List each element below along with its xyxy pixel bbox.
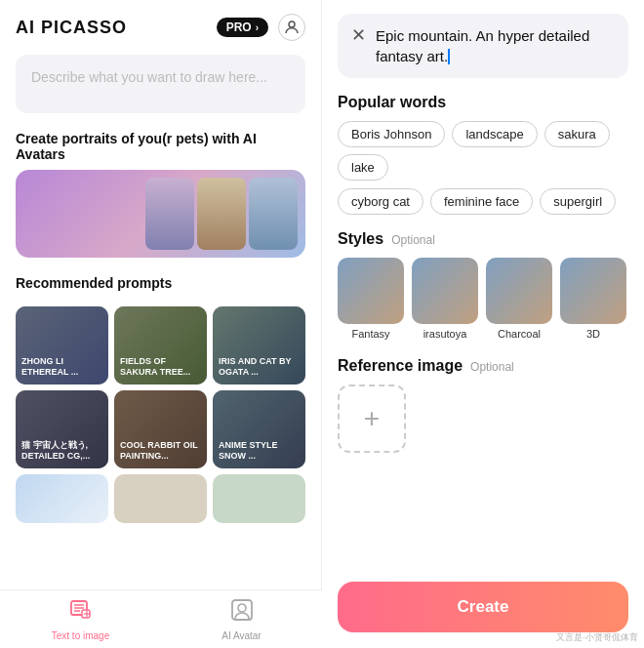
style-label-fantasy: Fantasy — [351, 328, 389, 340]
reference-upload-button[interactable]: + — [338, 385, 406, 453]
pro-badge[interactable]: PRO › — [217, 18, 268, 37]
svg-point-0 — [289, 21, 295, 27]
prompt-card-4[interactable]: 猫 宇宙人と戦う, DETAILED CG,... — [16, 390, 108, 468]
avatar-face-1 — [145, 178, 194, 250]
header: AI PICASSO PRO › — [0, 0, 321, 51]
avatar-banner[interactable] — [16, 170, 305, 258]
style-thumb-charcoal — [486, 258, 552, 324]
bottom-nav: Text to image AI Avatar — [0, 589, 322, 648]
nav-text-to-image-label: Text to image — [52, 630, 109, 641]
text-cursor — [448, 49, 450, 64]
nav-ai-avatar-label: AI Avatar — [221, 630, 261, 641]
styles-title: Styles — [338, 230, 383, 248]
create-button[interactable]: Create — [338, 582, 628, 632]
reference-image-title: Reference image — [338, 357, 463, 375]
prompt-card-2[interactable]: FIELDS OF SAKURA TREE... — [114, 306, 207, 385]
avatar-face-2 — [197, 178, 246, 250]
style-irasutoya[interactable]: irasutoya — [412, 258, 478, 340]
recommended-section: Recommended prompts ZHONG LI ETHEREAL ..… — [0, 269, 321, 523]
close-button[interactable]: ✕ — [351, 26, 366, 44]
search-bar[interactable]: ✕ Epic mountain. An hyper detailed fanta… — [338, 14, 628, 78]
style-fantasy[interactable]: Fantasy — [338, 258, 404, 340]
right-panel: ✕ Epic mountain. An hyper detailed fanta… — [322, 0, 644, 648]
style-label-charcoal: Charcoal — [498, 328, 541, 340]
bottom-prompt-row — [16, 474, 305, 523]
chip-boris-johnson[interactable]: Boris Johnson — [338, 121, 445, 147]
popular-words-title: Popular words — [338, 94, 628, 111]
bottom-card-1[interactable] — [16, 474, 108, 523]
describe-placeholder: Describe what you want to draw here... — [31, 69, 267, 85]
nav-ai-avatar[interactable]: AI Avatar — [161, 589, 322, 648]
reference-optional: Optional — [470, 360, 514, 374]
prompt-label-5: COOL RABBIT OIL PAINTING... — [120, 440, 201, 463]
text-to-image-icon — [68, 597, 94, 628]
prompt-card-6[interactable]: ANIME STYLE SNOW ... — [213, 390, 305, 468]
reference-image-header: Reference image Optional — [338, 357, 628, 375]
chips-row-1: Boris Johnson landscape sakura lake — [338, 121, 628, 181]
watermark: 又言是·小贤哥侃体育 — [556, 631, 638, 644]
avatar-face-3 — [249, 178, 298, 250]
chip-sakura[interactable]: sakura — [544, 121, 610, 147]
style-thumb-irasutoya — [412, 258, 478, 324]
nav-text-to-image[interactable]: Text to image — [0, 589, 161, 648]
prompt-label-6: ANIME STYLE SNOW ... — [219, 440, 300, 463]
avatar-section-title: Create portraits of you(r pets) with AI … — [0, 125, 321, 170]
prompt-label-4: 猫 宇宙人と戦う, DETAILED CG,... — [21, 440, 102, 463]
prompt-card-1[interactable]: ZHONG LI ETHEREAL ... — [16, 306, 108, 385]
app-logo: AI PICASSO — [16, 18, 127, 38]
bottom-card-3[interactable] — [213, 474, 305, 523]
styles-optional: Optional — [391, 233, 435, 247]
describe-input[interactable]: Describe what you want to draw here... — [16, 55, 305, 113]
recommended-title: Recommended prompts — [16, 269, 305, 299]
style-charcoal[interactable]: Charcoal — [486, 258, 552, 340]
bottom-card-2[interactable] — [114, 474, 207, 523]
style-thumb-fantasy — [338, 258, 404, 324]
chip-supergirl[interactable]: supergirl — [540, 188, 616, 215]
pro-label: PRO — [226, 20, 252, 34]
chip-feminine-face[interactable]: feminine face — [430, 188, 533, 215]
svg-point-7 — [238, 604, 246, 612]
chip-cyborg-cat[interactable]: cyborg cat — [338, 188, 423, 215]
chip-lake[interactable]: lake — [338, 154, 388, 181]
user-avatar-icon[interactable] — [278, 14, 305, 41]
prompt-card-5[interactable]: COOL RABBIT OIL PAINTING... — [114, 390, 207, 468]
style-label-3d: 3D — [586, 328, 600, 340]
prompt-card-3[interactable]: IRIS AND CAT BY OGATA ... — [213, 306, 305, 385]
pro-chevron-icon: › — [256, 22, 259, 33]
chips-row-2: cyborg cat feminine face supergirl — [338, 188, 628, 215]
styles-header: Styles Optional — [338, 230, 628, 248]
prompt-label-1: ZHONG LI ETHEREAL ... — [21, 356, 102, 379]
style-thumb-3d — [560, 258, 626, 324]
style-3d[interactable]: 3D — [560, 258, 626, 340]
prompt-label-3: IRIS AND CAT BY OGATA ... — [219, 356, 300, 379]
style-label-irasutoya: irasutoya — [423, 328, 467, 340]
chip-landscape[interactable]: landscape — [452, 121, 537, 147]
add-icon: + — [364, 403, 380, 434]
ai-avatar-icon — [229, 597, 255, 628]
search-text: Epic mountain. An hyper detailed fantasy… — [376, 25, 615, 66]
prompt-label-2: FIELDS OF SAKURA TREE... — [120, 356, 201, 379]
styles-scroll: Fantasy irasutoya Charcoal 3D — [338, 258, 628, 344]
left-panel: AI PICASSO PRO › Describe what you want … — [0, 0, 322, 648]
prompt-grid: ZHONG LI ETHEREAL ... FIELDS OF SAKURA T… — [16, 306, 305, 468]
